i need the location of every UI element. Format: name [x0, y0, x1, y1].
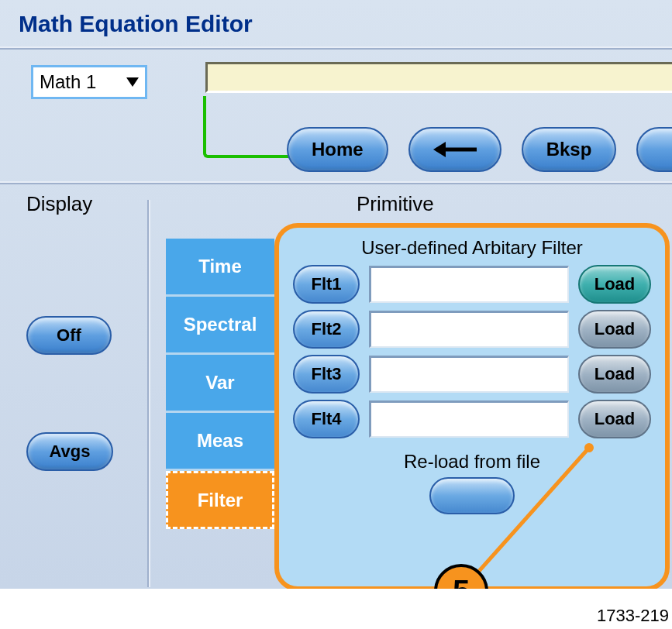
flt2-load-button[interactable]: Load	[578, 310, 651, 349]
display-section-label: Display	[26, 192, 92, 216]
flt1-input[interactable]	[369, 266, 569, 303]
filter-panel-title: User-defined Arbitary Filter	[293, 237, 651, 259]
filter-row: Flt2 Load	[293, 310, 651, 349]
flt2-input[interactable]	[369, 311, 569, 348]
filter-row: Flt4 Load	[293, 400, 651, 438]
flt4-button[interactable]: Flt4	[293, 400, 360, 438]
flt3-load-button[interactable]: Load	[578, 355, 651, 394]
flt4-input[interactable]	[369, 400, 569, 438]
tab-time[interactable]: Time	[166, 239, 274, 297]
partial-button[interactable]	[636, 127, 672, 172]
home-button[interactable]: Home	[287, 127, 388, 172]
svg-marker-1	[433, 142, 446, 157]
tab-var[interactable]: Var	[166, 355, 274, 413]
tab-meas[interactable]: Meas	[166, 413, 274, 471]
math-select-value: Math 1	[40, 71, 126, 93]
chevron-down-icon	[126, 77, 139, 87]
display-off-button[interactable]: Off	[26, 316, 112, 355]
display-avgs-button[interactable]: Avgs	[26, 432, 113, 471]
flt3-input[interactable]	[369, 356, 569, 393]
tab-spectral[interactable]: Spectral	[166, 297, 274, 355]
bracket-connector	[203, 96, 288, 158]
back-arrow-button[interactable]	[408, 127, 501, 172]
bksp-button[interactable]: Bksp	[522, 127, 617, 172]
reload-label: Re-load from file	[293, 451, 651, 473]
reload-button[interactable]	[429, 477, 515, 514]
vertical-divider	[147, 200, 150, 587]
flt2-button[interactable]: Flt2	[293, 310, 360, 349]
tab-filter[interactable]: Filter	[166, 471, 274, 529]
filter-panel: User-defined Arbitary Filter Flt1 Load F…	[274, 223, 670, 589]
equation-input[interactable]	[205, 62, 672, 93]
flt1-button[interactable]: Flt1	[293, 265, 360, 304]
figure-reference: 1733-219	[597, 606, 669, 626]
window-title: Math Equation Editor	[0, 0, 672, 46]
primitive-section-label: Primitive	[357, 192, 434, 216]
filter-row: Flt1 Load	[293, 265, 651, 304]
flt4-load-button[interactable]: Load	[578, 400, 651, 438]
flt3-button[interactable]: Flt3	[293, 355, 360, 394]
filter-row: Flt3 Load	[293, 355, 651, 394]
flt1-load-button[interactable]: Load	[578, 265, 651, 304]
primitive-tabs: Time Spectral Var Meas Filter	[166, 239, 274, 529]
arrow-left-icon	[432, 139, 478, 160]
math-select[interactable]: Math 1	[31, 65, 147, 99]
